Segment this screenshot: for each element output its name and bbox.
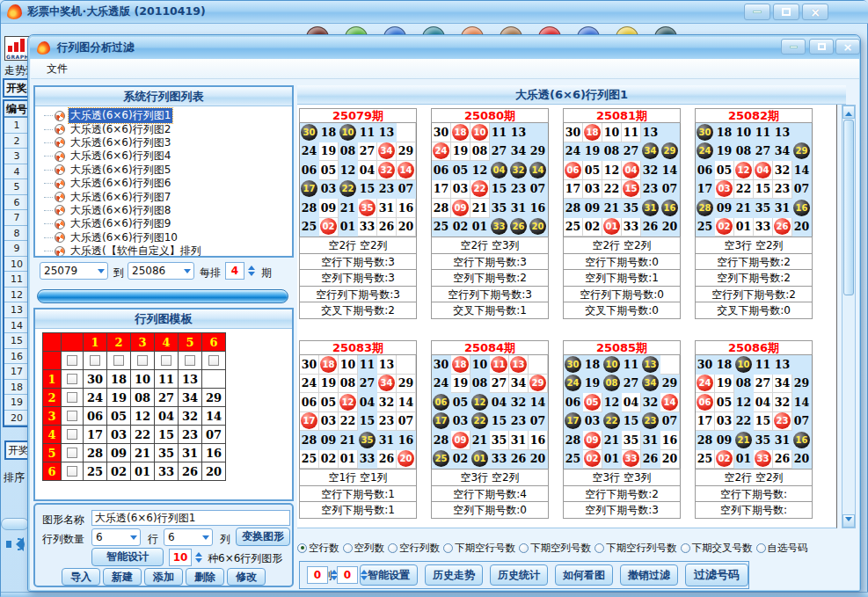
form-button-添加[interactable]: 添加: [144, 568, 183, 586]
filter-radio[interactable]: 空行列数: [388, 542, 440, 555]
filter-radio[interactable]: 自选号码: [756, 542, 808, 555]
filter-radio[interactable]: 下期交叉号数: [681, 542, 753, 555]
spin-up-icon[interactable]: [195, 549, 202, 557]
panel-caption: 交叉下期号数:2: [299, 302, 417, 319]
end-period-combo[interactable]: 25086: [128, 262, 194, 280]
template-checkbox[interactable]: [161, 355, 171, 366]
template-checkbox[interactable]: [90, 355, 100, 366]
filter-radio[interactable]: 下期空行号数: [443, 542, 515, 555]
tree-item[interactable]: 大乐透(6×6)行列图6: [44, 177, 292, 190]
smart-count[interactable]: 10: [169, 549, 192, 566]
grid-cell: 25: [432, 450, 451, 470]
template-checkbox[interactable]: [113, 355, 124, 366]
menu-file[interactable]: 文件: [38, 60, 77, 78]
start-period-combo[interactable]: 25079: [40, 262, 108, 280]
main-close-button[interactable]: ×: [802, 4, 828, 20]
grid-cell: 21: [470, 431, 490, 450]
dialog-maximize-button[interactable]: [809, 39, 834, 55]
spin-down-icon[interactable]: [195, 558, 202, 566]
tree-item[interactable]: 大乐透(6×6)行列图3: [44, 136, 292, 149]
filter-to-spinner[interactable]: [359, 566, 369, 584]
cell-number: 15: [492, 182, 507, 195]
panel-caption: 空3行 空2列: [431, 469, 549, 486]
cols-combo[interactable]: 6: [164, 528, 213, 546]
form-button-删除[interactable]: 删除: [186, 568, 224, 586]
vertical-scrollbar[interactable]: [842, 105, 856, 528]
smart-design-button[interactable]: 智能设计: [91, 548, 164, 566]
spin-up-icon[interactable]: [248, 262, 255, 270]
form-button-修改[interactable]: 修改: [227, 568, 266, 586]
scrollbar-thumb[interactable]: [843, 120, 854, 295]
filter-from-value[interactable]: 0: [307, 566, 328, 584]
template-checkbox[interactable]: [67, 466, 77, 477]
cols-value: 6: [164, 531, 200, 543]
form-button-导入[interactable]: 导入: [62, 568, 100, 586]
spin-down-icon[interactable]: [361, 576, 368, 584]
speaker-icon[interactable]: [6, 535, 24, 553]
transform-chart-button[interactable]: 变换图形: [236, 528, 290, 546]
filter-button-撤销过滤[interactable]: 撤销过滤: [620, 564, 678, 586]
template-checkbox[interactable]: [137, 355, 148, 366]
tree-item[interactable]: 大乐透(6×6)行列图2: [44, 122, 292, 135]
grid-cell: 23: [773, 180, 792, 200]
grid-cell: 03: [451, 412, 470, 432]
main-minimize-button[interactable]: [744, 4, 770, 20]
tree-item[interactable]: 大乐透(6×6)行列图8: [44, 204, 292, 217]
chart-name-input[interactable]: [91, 510, 290, 526]
filter-button-历史统计[interactable]: 历史统计: [490, 564, 548, 586]
filter-button-历史走势[interactable]: 历史走势: [425, 564, 483, 586]
smart-count-spinner[interactable]: [193, 549, 204, 566]
template-checkbox[interactable]: [67, 448, 77, 458]
filter-radio[interactable]: 空行数: [297, 542, 339, 555]
main-maximize-button[interactable]: [773, 4, 799, 20]
spin-down-icon[interactable]: [248, 272, 255, 280]
template-checkbox[interactable]: [67, 411, 77, 421]
scroll-down-icon[interactable]: [842, 514, 855, 528]
filter-button-过滤号码[interactable]: 过滤号码: [685, 564, 748, 586]
grid-cell: 08: [602, 142, 622, 162]
rows-combo[interactable]: 6: [91, 528, 141, 546]
cell-number: 31: [379, 201, 394, 215]
grid-cell: 06: [564, 161, 583, 180]
filter-radio[interactable]: 空列数: [343, 542, 385, 555]
red-ball: 18: [584, 124, 601, 141]
per-row-spinner[interactable]: [246, 262, 257, 280]
red-ball: 24: [697, 375, 713, 391]
tree-item[interactable]: 大乐透(6×6)行列图4: [44, 149, 292, 163]
cell-number: 29: [662, 376, 677, 390]
dialog-minimize-button[interactable]: [781, 39, 806, 55]
cell-number: 27: [360, 144, 375, 157]
template-checkbox[interactable]: [67, 392, 77, 403]
grid-cell: 03: [319, 180, 339, 200]
template-checkbox[interactable]: [185, 355, 195, 366]
grid-cell: 25: [696, 450, 715, 470]
template-checkbox[interactable]: [67, 429, 77, 440]
per-row-count[interactable]: 4: [225, 262, 244, 280]
cell-number: 15: [360, 414, 375, 427]
template-checkbox[interactable]: [208, 355, 219, 366]
grid-cell: 34: [641, 375, 660, 394]
spin-up-icon[interactable]: [361, 566, 368, 574]
dialog-close-button[interactable]: ×: [835, 39, 860, 55]
filter-radio[interactable]: 下期空列号数: [519, 542, 591, 555]
tree-item[interactable]: 大乐透(6×6)行列图10: [44, 231, 292, 244]
filter-to-value[interactable]: 0: [337, 566, 358, 584]
template-checkbox[interactable]: [67, 374, 77, 384]
tree-item[interactable]: 大乐透(6×6)行列图5: [44, 164, 292, 177]
template-row-header: 6: [43, 462, 61, 480]
tree-item[interactable]: 大乐透(6×6)行列图7: [44, 190, 292, 203]
tree-item[interactable]: 大乐透(6×6)行列图1: [44, 109, 292, 122]
grid-cell: 32: [377, 161, 397, 180]
scroll-up-icon[interactable]: [842, 106, 855, 119]
tree-item[interactable]: 大乐透(【软件自定义】排列: [44, 244, 292, 256]
cell-number: 25: [302, 452, 317, 465]
grid-cell: 27: [490, 375, 509, 394]
cell-number: 04: [492, 396, 507, 409]
template-checkbox[interactable]: [67, 355, 77, 366]
tree-item[interactable]: 大乐透(6×6)行列图9: [44, 217, 292, 230]
grid-cell: 08: [339, 142, 358, 162]
issue-row: 10: [4, 257, 29, 273]
form-button-新建[interactable]: 新建: [103, 568, 142, 586]
filter-button-如何看图[interactable]: 如何看图: [555, 564, 613, 586]
filter-radio[interactable]: 下期空行列号数: [594, 542, 677, 555]
